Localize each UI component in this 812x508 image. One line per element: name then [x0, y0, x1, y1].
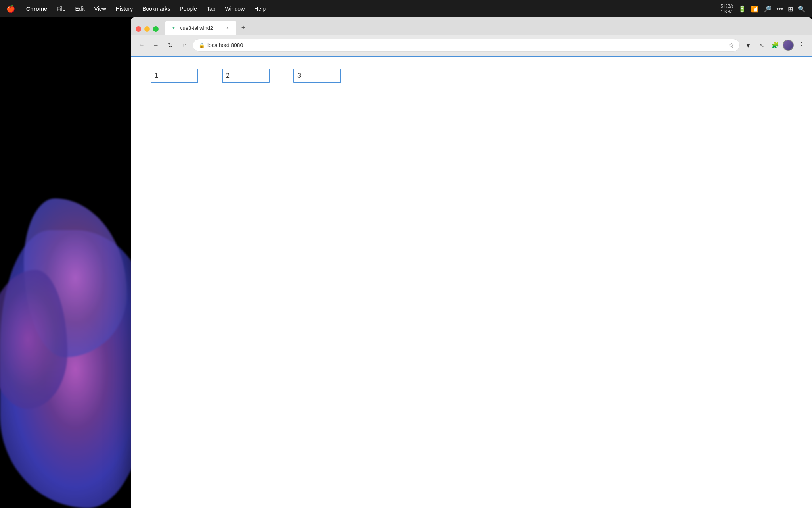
decorative-flower-left — [0, 230, 151, 508]
url-bar: 🔒 ☆ — [193, 39, 740, 52]
menubar-right: 5 KB/s 1 KB/s 🔋 📶 🔎 ••• ⊞ 🔍 — [721, 3, 806, 15]
forward-button[interactable]: → — [150, 39, 162, 51]
finder-icon: 🔎 — [764, 5, 772, 13]
vuejs-devtools-icon[interactable]: ▼ — [742, 39, 754, 51]
menubar-item-bookmarks[interactable]: Bookmarks — [138, 4, 174, 13]
browser-chrome: ▼ vue3-tailwind2 × + ← → ↻ ⌂ 🔒 ☆ ▼ ↖ 🧩 ⋮ — [131, 17, 812, 56]
webpage-content — [131, 56, 812, 508]
menubar: 🍎 Chrome File Edit View History Bookmark… — [0, 0, 812, 17]
toolbar-icons: ▼ ↖ 🧩 ⋮ — [742, 39, 807, 51]
back-button[interactable]: ← — [136, 39, 147, 51]
tab-favicon: ▼ — [170, 25, 177, 31]
menubar-item-help[interactable]: Help — [250, 4, 270, 13]
battery-icon: 🔋 — [738, 5, 746, 13]
menubar-item-window[interactable]: Window — [221, 4, 249, 13]
chrome-menu-button[interactable]: ⋮ — [795, 39, 807, 51]
window-controls — [136, 26, 159, 35]
home-button[interactable]: ⌂ — [178, 39, 190, 51]
menubar-item-chrome[interactable]: Chrome — [22, 4, 51, 13]
address-bar: ← → ↻ ⌂ 🔒 ☆ ▼ ↖ 🧩 ⋮ — [131, 35, 812, 56]
menubar-item-history[interactable]: History — [112, 4, 137, 13]
browser-window: ▼ vue3-tailwind2 × + ← → ↻ ⌂ 🔒 ☆ ▼ ↖ 🧩 ⋮ — [131, 17, 812, 508]
tab-bar: ▼ vue3-tailwind2 × + — [131, 17, 812, 35]
menubar-item-people[interactable]: People — [176, 4, 201, 13]
window-close-button[interactable] — [136, 26, 141, 32]
tab-close-button[interactable]: × — [224, 25, 231, 31]
menubar-item-tab[interactable]: Tab — [203, 4, 220, 13]
cursor-icon[interactable]: ↖ — [756, 39, 768, 51]
control-center-icon: ⊞ — [788, 5, 793, 13]
url-input[interactable] — [207, 42, 726, 48]
window-minimize-button[interactable] — [144, 26, 150, 32]
menubar-item-edit[interactable]: Edit — [71, 4, 88, 13]
spotlight-icon: 🔍 — [798, 5, 806, 13]
menubar-item-file[interactable]: File — [53, 4, 70, 13]
extensions-icon[interactable]: 🧩 — [769, 39, 781, 51]
network-stats: 5 KB/s 1 KB/s — [721, 3, 733, 15]
security-icon: 🔒 — [199, 42, 205, 48]
number-input-2[interactable] — [222, 69, 270, 83]
apple-menu-icon[interactable]: 🍎 — [6, 4, 15, 13]
profile-avatar[interactable] — [783, 40, 794, 51]
network-upload: 5 KB/s — [721, 3, 733, 9]
page-body — [131, 57, 812, 95]
reload-button[interactable]: ↻ — [164, 39, 176, 51]
network-download: 1 KB/s — [721, 9, 733, 14]
new-tab-button[interactable]: + — [238, 22, 249, 33]
bookmark-star-icon[interactable]: ☆ — [728, 42, 734, 49]
wifi-icon: 📶 — [751, 5, 759, 13]
number-input-3[interactable] — [293, 69, 341, 83]
menubar-item-view[interactable]: View — [90, 4, 110, 13]
number-input-1[interactable] — [151, 69, 198, 83]
window-maximize-button[interactable] — [153, 26, 159, 32]
menubar-items: Chrome File Edit View History Bookmarks … — [22, 4, 721, 13]
tab-title: vue3-tailwind2 — [180, 25, 221, 31]
menu-extras-icon: ••• — [776, 5, 783, 12]
browser-tab[interactable]: ▼ vue3-tailwind2 × — [165, 21, 236, 35]
